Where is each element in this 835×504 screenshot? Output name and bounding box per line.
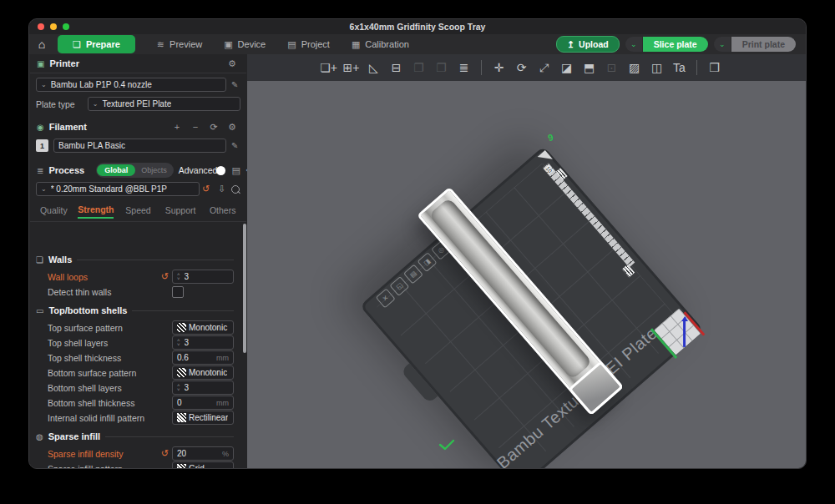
- auto-orient-icon[interactable]: ◺: [362, 58, 385, 78]
- stepper-icon[interactable]: ˄˅: [177, 273, 180, 280]
- top-shell-layers-input[interactable]: ˄˅ 3: [172, 335, 234, 350]
- sparse-infill-pattern-value: Grid: [189, 464, 205, 468]
- window-title: 6x1x40mm Gridfinity Scoop Tray: [29, 22, 806, 32]
- print-plate-button[interactable]: Print plate: [731, 37, 796, 52]
- plate-marker: 6: [547, 132, 554, 143]
- sparse-infill-pattern-select[interactable]: Grid: [172, 461, 234, 468]
- sparse-infill-density-value: 20: [177, 449, 186, 458]
- chevron-down-icon: ⌄: [41, 185, 47, 193]
- filament-preset-value: Bambu PLA Basic: [58, 141, 125, 150]
- tab-quality[interactable]: Quality: [33, 205, 75, 218]
- tab-project[interactable]: ▤ Project: [287, 39, 330, 50]
- flatten-icon[interactable]: ◪: [555, 58, 578, 78]
- undo-icon[interactable]: ↺: [161, 448, 169, 459]
- scope-objects-button[interactable]: Objects: [135, 166, 173, 174]
- top-shell-thickness-label: Top shell thickness: [48, 353, 172, 363]
- tab-others[interactable]: Others: [201, 205, 244, 218]
- bottom-surface-pattern-select[interactable]: Monotonic: [172, 365, 234, 380]
- tab-calibration[interactable]: ▦ Calibration: [352, 39, 409, 50]
- printer-preset-select[interactable]: ⌄ Bambu Lab P1P 0.4 nozzle: [36, 78, 226, 92]
- process-preset-select[interactable]: ⌄ * 0.20mm Standard @BBL P1P: [36, 182, 200, 196]
- sync-filament-icon[interactable]: ⟳: [207, 122, 220, 133]
- tab-strength[interactable]: Strength: [75, 204, 118, 219]
- assembly-icon[interactable]: ❒: [703, 58, 726, 78]
- setting-row-detect-thin-walls: Detect thin walls: [29, 285, 242, 299]
- stepper-icon[interactable]: ˄˅: [177, 384, 180, 391]
- text-tool-icon[interactable]: Ta: [668, 58, 691, 78]
- mesh-boolean-icon[interactable]: ◫: [645, 58, 668, 78]
- top-shell-layers-label: Top shell layers: [48, 338, 172, 348]
- stepper-icon[interactable]: ˄˅: [177, 339, 180, 346]
- undo-icon[interactable]: ↺: [161, 271, 169, 282]
- sparse-infill-density-label: Sparse infill density: [48, 449, 161, 459]
- tab-device[interactable]: ▣ Device: [224, 39, 266, 50]
- chevron-down-icon: ⌄: [41, 81, 47, 88]
- rectilinear-pattern-icon: [177, 413, 186, 422]
- chevron-down-icon: ⌄: [93, 100, 99, 108]
- edit-printer-icon[interactable]: ✎: [231, 80, 238, 89]
- internal-solid-infill-pattern-value: Rectilinear: [189, 413, 228, 422]
- slice-dropdown-button[interactable]: ⌄: [625, 37, 642, 52]
- scale-icon[interactable]: ⤢: [533, 58, 555, 78]
- top-shell-layers-value: 3: [185, 338, 190, 347]
- tab-preview[interactable]: ≋ Preview: [157, 39, 202, 50]
- home-button[interactable]: ⌂: [29, 35, 54, 53]
- build-plate[interactable]: 6 10 ✕ ◱ ▤ ◨ ◎ Bambu Textured PEI Plate: [360, 146, 704, 468]
- bottom-shell-thickness-unit: mm: [214, 399, 229, 407]
- bottom-shell-layers-input[interactable]: ˄˅ 3: [172, 381, 234, 395]
- edit-filament-icon[interactable]: ✎: [231, 141, 238, 150]
- viewport-toolbar: ❏+ ⊞+ ◺ ⊟ ❐ ❐ ≣ ✛ ⟳ ⤢ ◪ ⬒ ⊡ ▨ ◫ Ta ❒: [247, 54, 806, 81]
- tab-prepare[interactable]: ❏ Prepare: [58, 35, 135, 53]
- setting-row-wall-loops: Wall loops ↺ ˄˅ 3: [29, 270, 242, 284]
- top-surface-pattern-select[interactable]: Monotonic li...: [172, 320, 234, 335]
- print-dropdown-button[interactable]: ⌄: [714, 37, 731, 52]
- bottom-shell-thickness-input[interactable]: 0 mm: [172, 396, 234, 410]
- toolbar-separator: [481, 60, 482, 75]
- view-all-settings-icon[interactable]: ▤: [231, 165, 240, 176]
- add-plate-icon[interactable]: ⊞+: [340, 58, 362, 78]
- top-surface-pattern-value: Monotonic li...: [189, 323, 229, 332]
- sparse-infill-density-input[interactable]: 20 %: [172, 446, 234, 461]
- slice-plate-button[interactable]: Slice plate: [643, 37, 708, 52]
- bottom-surface-pattern-label: Bottom surface pattern: [48, 368, 172, 378]
- layer-stack-icon[interactable]: ≣: [453, 58, 475, 78]
- top-shell-thickness-value: 0.6: [177, 353, 189, 362]
- filament-section-title: Filament: [49, 122, 87, 132]
- top-shell-thickness-input[interactable]: 0.6 mm: [172, 350, 234, 365]
- split-icon[interactable]: ⬒: [578, 58, 600, 78]
- tab-speed[interactable]: Speed: [117, 205, 159, 218]
- bottom-shell-layers-value: 3: [185, 383, 190, 392]
- add-filament-button[interactable]: +: [170, 122, 184, 132]
- process-tabs: Quality Strength Speed Support Others: [29, 201, 247, 221]
- printer-settings-gear-icon[interactable]: ⚙: [225, 58, 239, 69]
- internal-solid-infill-pattern-select[interactable]: Rectilinear: [172, 411, 234, 425]
- setting-row-top-shell-thickness: Top shell thickness 0.6 mm: [29, 350, 242, 365]
- variable-layer-icon[interactable]: ▨: [623, 58, 645, 78]
- detect-thin-walls-checkbox[interactable]: [172, 286, 184, 298]
- rotate-icon[interactable]: ⟳: [510, 58, 533, 78]
- filament-slot-badge: 1: [36, 139, 48, 152]
- import-icon: ❐: [407, 58, 430, 78]
- filament-settings-gear-icon[interactable]: ⚙: [225, 122, 239, 133]
- upload-button[interactable]: ↥ Upload: [556, 36, 619, 53]
- slice-split-button: ⌄ Slice plate: [625, 37, 708, 52]
- tab-support[interactable]: Support: [159, 205, 202, 218]
- scope-global-button[interactable]: Global: [97, 164, 135, 176]
- add-model-icon[interactable]: ❏+: [317, 58, 340, 78]
- filament-preset-select[interactable]: Bambu PLA Basic: [53, 139, 226, 153]
- printer-icon: ▣: [37, 59, 44, 68]
- remove-filament-button[interactable]: −: [189, 122, 202, 132]
- plate-type-select[interactable]: ⌄ Textured PEI Plate: [88, 97, 240, 111]
- search-settings-icon[interactable]: [231, 185, 240, 194]
- z-axis-indicator: [683, 320, 686, 347]
- viewport-3d[interactable]: ❏+ ⊞+ ◺ ⊟ ❐ ❐ ≣ ✛ ⟳ ⤢ ◪ ⬒ ⊡ ▨ ◫ Ta ❒: [247, 54, 806, 468]
- move-icon[interactable]: ✛: [488, 58, 510, 78]
- arrange-icon[interactable]: ⊟: [385, 58, 407, 78]
- save-preset-icon[interactable]: ⇩: [215, 184, 228, 194]
- sidebar-scrollbar[interactable]: [243, 224, 246, 353]
- walls-icon: ❏: [36, 255, 43, 265]
- cut-icon: ⊡: [600, 58, 623, 78]
- reset-process-icon[interactable]: ↺: [200, 184, 212, 194]
- wall-loops-input[interactable]: ˄˅ 3: [172, 270, 234, 284]
- settings-panel: ❏ Walls Wall loops ↺ ˄˅ 3 Detect thin wa…: [29, 248, 242, 468]
